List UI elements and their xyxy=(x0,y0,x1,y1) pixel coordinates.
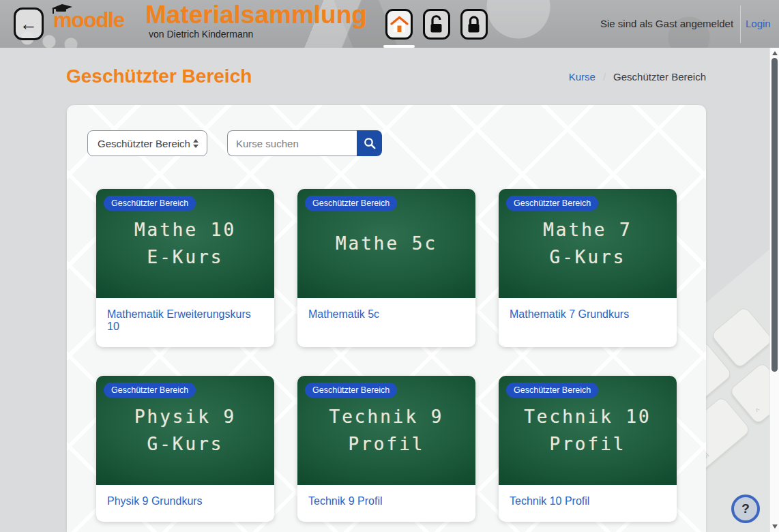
course-info: Technik 10 Profil xyxy=(499,485,677,522)
page-scrollbar[interactable] xyxy=(769,48,779,532)
course-grid: Geschützter Bereich Mathe 10 E-Kurs Math… xyxy=(96,189,677,522)
page-title: Geschützter Bereich xyxy=(66,65,252,87)
back-button[interactable]: ← xyxy=(14,8,44,40)
course-search xyxy=(227,130,382,156)
header-divider xyxy=(740,5,741,43)
scrollbar-up-arrow-icon[interactable] xyxy=(772,51,778,55)
search-icon xyxy=(363,136,377,150)
help-button[interactable]: ? xyxy=(731,494,760,523)
course-image[interactable]: Geschützter Bereich Technik 9 Profil xyxy=(297,376,475,485)
course-list-panel: Geschützter Bereich Geschützter Bereich … xyxy=(67,105,706,532)
course-card: Geschützter Bereich Mathe 7 G-Kurs Mathe… xyxy=(499,189,677,347)
course-info: Mathematik Erweiterungskurs 10 xyxy=(96,298,274,347)
course-image[interactable]: Geschützter Bereich Mathe 5c xyxy=(297,189,475,298)
breadcrumb-item-kurse[interactable]: Kurse xyxy=(569,71,596,83)
category-badge: Geschützter Bereich xyxy=(506,383,598,398)
chalkboard-text: G-Kurs xyxy=(550,243,626,271)
category-badge: Geschützter Bereich xyxy=(104,196,196,211)
category-badge: Geschützter Bereich xyxy=(305,383,397,398)
category-select-value: Geschützter Bereich xyxy=(98,138,190,149)
chalkboard-text: G-Kurs xyxy=(147,430,224,458)
breadcrumb-separator: / xyxy=(603,71,606,83)
home-button[interactable] xyxy=(385,9,413,40)
chalkboard-text: Profil xyxy=(349,430,425,458)
breadcrumb-item-current: Geschützter Bereich xyxy=(613,71,706,83)
course-info: Technik 9 Profil xyxy=(297,485,475,522)
chalkboard-text: Technik 10 xyxy=(524,403,651,430)
site-title: Materialsammlung xyxy=(145,1,367,29)
keyboard-key-label: ^ xyxy=(754,407,763,416)
sort-arrows-icon xyxy=(193,139,199,148)
chalkboard-text: Mathe 10 xyxy=(134,216,236,243)
course-image[interactable]: Geschützter Bereich Technik 10 Profil xyxy=(499,376,677,485)
question-mark-icon: ? xyxy=(741,501,750,516)
chalkboard-text: Profil xyxy=(550,430,626,458)
search-input[interactable] xyxy=(227,130,357,156)
course-card: Geschützter Bereich Mathe 10 E-Kurs Math… xyxy=(96,189,274,347)
active-tab-indicator xyxy=(383,45,415,48)
chalkboard-text: E-Kurs xyxy=(147,243,224,271)
scrollbar-thumb[interactable] xyxy=(771,58,778,372)
course-info: Mathematik 7 Grundkurs xyxy=(499,298,677,335)
scrollbar-down-arrow-icon[interactable] xyxy=(772,524,778,529)
course-link[interactable]: Physik 9 Grundkurs xyxy=(107,495,203,507)
login-link[interactable]: Login xyxy=(746,18,771,29)
back-arrow-icon: ← xyxy=(20,14,38,35)
course-image[interactable]: Geschützter Bereich Mathe 10 E-Kurs xyxy=(96,189,274,298)
category-badge: Geschützter Bereich xyxy=(506,196,598,211)
home-icon xyxy=(390,16,409,33)
chalkboard-text: Technik 9 xyxy=(329,403,444,430)
unlock-button[interactable] xyxy=(423,9,450,40)
course-card: Geschützter Bereich Technik 10 Profil Te… xyxy=(499,376,677,522)
course-link[interactable]: Technik 10 Profil xyxy=(510,495,589,507)
guest-status-text: Sie sind als Gast angemeldet xyxy=(600,18,733,29)
course-info: Mathematik 5c xyxy=(297,298,475,335)
course-card: Geschützter Bereich Physik 9 G-Kurs Phys… xyxy=(96,376,274,522)
lock-open-icon xyxy=(428,15,445,34)
search-button[interactable] xyxy=(357,130,382,156)
breadcrumb: Kurse / Geschützter Bereich xyxy=(569,71,706,83)
lock-button[interactable] xyxy=(460,9,488,40)
course-link[interactable]: Technik 9 Profil xyxy=(308,495,383,507)
site-subtitle: von Dietrich Kindermann xyxy=(149,29,253,40)
chalkboard-text: Mathe 5c xyxy=(336,230,437,257)
course-image[interactable]: Geschützter Bereich Physik 9 G-Kurs xyxy=(96,376,274,485)
chalkboard-text: Mathe 7 xyxy=(543,216,632,243)
category-badge: Geschützter Bereich xyxy=(305,196,397,211)
category-badge: Geschützter Bereich xyxy=(104,383,196,398)
chalkboard-text: Physik 9 xyxy=(134,403,236,430)
lock-closed-icon xyxy=(465,15,483,34)
course-info: Physik 9 Grundkurs xyxy=(96,485,274,522)
course-filters: Geschützter Bereich xyxy=(87,130,382,156)
course-card: Geschützter Bereich Technik 9 Profil Tec… xyxy=(297,376,475,522)
course-link[interactable]: Mathematik Erweiterungskurs 10 xyxy=(107,308,251,332)
site-header: ← moodle Materialsammlung von Dietrich K… xyxy=(0,0,779,48)
course-card: Geschützter Bereich Mathe 5c Mathematik … xyxy=(297,189,475,347)
category-select[interactable]: Geschützter Bereich xyxy=(87,130,207,156)
graduation-cap-icon xyxy=(50,3,74,15)
moodle-logo[interactable]: moodle xyxy=(53,8,124,33)
course-image[interactable]: Geschützter Bereich Mathe 7 G-Kurs xyxy=(499,189,677,298)
course-link[interactable]: Mathematik 7 Grundkurs xyxy=(510,308,629,320)
course-link[interactable]: Mathematik 5c xyxy=(308,308,379,320)
